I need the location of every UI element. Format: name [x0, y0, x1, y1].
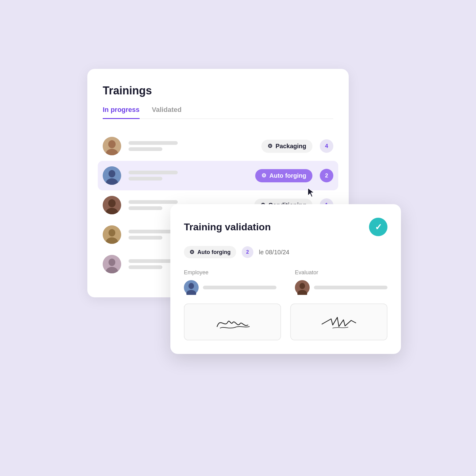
tab-validated[interactable]: Validated: [152, 106, 182, 119]
svg-point-7: [108, 199, 116, 207]
training-row[interactable]: ⚙ Packaging 4: [103, 131, 333, 161]
validation-title: Training validation: [184, 221, 271, 233]
badge-packaging: 4: [320, 139, 333, 153]
signatures-row: [184, 303, 387, 340]
validation-meta: ⚙ Auto forging 2 le 08/10/24: [184, 246, 387, 258]
tag-auto-forging-validation: ⚙ Auto forging: [184, 246, 236, 258]
employee-avatar: [184, 280, 199, 295]
svg-point-19: [299, 283, 305, 289]
people-section: Employee Evaluator: [184, 269, 387, 295]
wrench-icon: ⚙: [189, 249, 194, 256]
name-bar: [129, 141, 254, 151]
evaluator-signature: [290, 303, 387, 340]
evaluator-block: Evaluator: [295, 269, 387, 295]
validation-card: Training validation ✓ ⚙ Auto forging 2 l…: [170, 204, 401, 354]
check-circle: ✓: [369, 218, 387, 236]
training-row-highlighted[interactable]: ⚙ Auto forging 2: [98, 161, 338, 190]
wrench-icon: ⚙: [261, 172, 266, 179]
svg-point-16: [188, 283, 194, 289]
svg-point-4: [109, 170, 115, 177]
validation-header: Training validation ✓: [184, 218, 387, 236]
cursor: [307, 187, 316, 198]
badge-auto-forging: 2: [320, 169, 333, 182]
wrench-icon: ⚙: [268, 143, 272, 149]
evaluator-label: Evaluator: [295, 269, 387, 276]
avatar: [103, 166, 121, 185]
tab-in-progress[interactable]: In progress: [103, 106, 140, 119]
tag-auto-forging: ⚙ Auto forging: [255, 169, 312, 182]
validation-date: le 08/10/24: [259, 249, 289, 256]
trainings-title: Trainings: [103, 84, 333, 97]
svg-point-10: [109, 229, 115, 236]
badge-validation: 2: [242, 246, 253, 258]
avatar: [103, 255, 121, 273]
svg-point-1: [108, 140, 116, 148]
tabs-container: In progress Validated: [103, 106, 333, 119]
employee-block: Employee: [184, 269, 276, 295]
name-bar: [129, 171, 248, 180]
evaluator-row: [295, 280, 387, 295]
avatar: [103, 225, 121, 244]
employee-row: [184, 280, 276, 295]
check-icon: ✓: [375, 222, 382, 232]
avatar: [103, 196, 121, 214]
employee-signature: [184, 303, 281, 340]
evaluator-avatar: [295, 280, 310, 295]
tag-packaging: ⚙ Packaging: [261, 140, 312, 153]
avatar: [103, 137, 121, 155]
employee-label: Employee: [184, 269, 276, 276]
svg-point-13: [109, 259, 115, 266]
